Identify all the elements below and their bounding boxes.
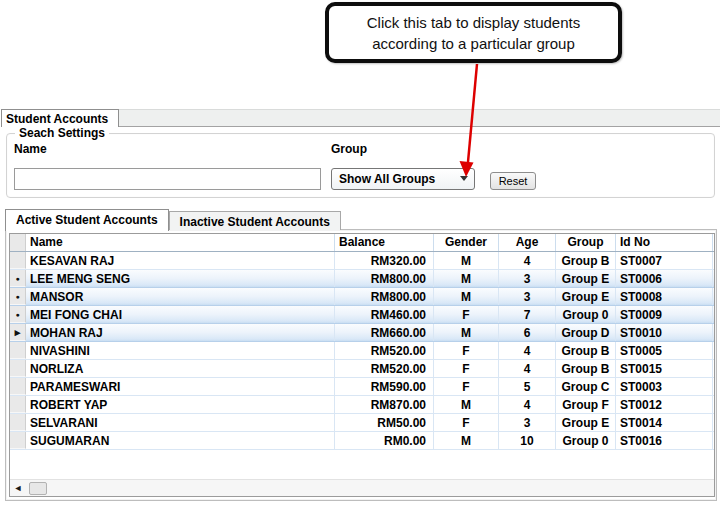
cell-name[interactable]: SELVARANI — [26, 414, 335, 431]
reset-button[interactable]: Reset — [490, 172, 536, 190]
cell-gender[interactable]: F — [434, 306, 499, 323]
cell-age[interactable]: 3 — [499, 270, 556, 287]
row-edited-dot-icon[interactable]: ● — [10, 306, 26, 323]
cell-age[interactable]: 5 — [499, 378, 556, 395]
cell-gender[interactable]: F — [434, 378, 499, 395]
table-row[interactable]: ●MANSORRM800.00M3Group EST0008 — [10, 288, 714, 306]
cell-gender[interactable]: M — [434, 432, 499, 449]
cell-balance[interactable]: RM50.00 — [335, 414, 434, 431]
cell-name[interactable]: LEE MENG SENG — [26, 270, 335, 287]
cell-id[interactable]: ST0005 — [616, 342, 713, 359]
tab-active-student-accounts[interactable]: Active Student Accounts — [5, 209, 169, 231]
cell-gender[interactable]: M — [434, 270, 499, 287]
cell-age[interactable]: 4 — [499, 342, 556, 359]
row-header-cell[interactable] — [10, 252, 26, 269]
cell-gender[interactable]: M — [434, 324, 499, 341]
cell-gender[interactable]: M — [434, 252, 499, 269]
cell-id[interactable]: ST0015 — [616, 360, 713, 377]
cell-id[interactable]: ST0007 — [616, 252, 713, 269]
table-row[interactable]: SUGUMARANRM0.00M10Group 0ST0016 — [10, 432, 714, 450]
cell-gender[interactable]: F — [434, 360, 499, 377]
table-row[interactable]: ▸MOHAN RAJRM660.00M6Group DST0010 — [10, 324, 714, 342]
group-filter-dropdown[interactable]: Show All Groups — [331, 168, 475, 190]
column-header-group[interactable]: Group — [556, 234, 616, 251]
table-row[interactable]: PARAMESWARIRM590.00F5Group CST0003 — [10, 378, 714, 396]
cell-name[interactable]: MEI FONG CHAI — [26, 306, 335, 323]
cell-balance[interactable]: RM520.00 — [335, 360, 434, 377]
cell-balance[interactable]: RM460.00 — [335, 306, 434, 323]
cell-age[interactable]: 10 — [499, 432, 556, 449]
cell-balance[interactable]: RM320.00 — [335, 252, 434, 269]
cell-group[interactable]: Group F — [556, 396, 616, 413]
cell-age[interactable]: 4 — [499, 360, 556, 377]
cell-group[interactable]: Group C — [556, 378, 616, 395]
row-header-cell[interactable] — [10, 342, 26, 359]
table-row[interactable]: NIVASHINIRM520.00F4Group BST0005 — [10, 342, 714, 360]
cell-id[interactable]: ST0008 — [616, 288, 713, 305]
cell-id[interactable]: ST0016 — [616, 432, 713, 449]
cell-name[interactable]: NORLIZA — [26, 360, 335, 377]
cell-id[interactable]: ST0012 — [616, 396, 713, 413]
cell-name[interactable]: MANSOR — [26, 288, 335, 305]
cell-balance[interactable]: RM520.00 — [335, 342, 434, 359]
cell-age[interactable]: 4 — [499, 396, 556, 413]
cell-age[interactable]: 6 — [499, 324, 556, 341]
cell-name[interactable]: KESAVAN RAJ — [26, 252, 335, 269]
cell-name[interactable]: SUGUMARAN — [26, 432, 335, 449]
column-header-gender[interactable]: Gender — [434, 234, 499, 251]
table-row[interactable]: ●MEI FONG CHAIRM460.00F7Group 0ST0009 — [10, 306, 714, 324]
current-row-arrow-icon[interactable]: ▸ — [10, 324, 26, 341]
scroll-left-icon[interactable]: ◄ — [10, 484, 26, 493]
column-header-name[interactable]: Name — [26, 234, 335, 251]
row-header-cell[interactable] — [10, 432, 26, 449]
cell-gender[interactable]: F — [434, 342, 499, 359]
table-row[interactable]: KESAVAN RAJRM320.00M4Group BST0007 — [10, 252, 714, 270]
cell-group[interactable]: Group B — [556, 360, 616, 377]
cell-balance[interactable]: RM800.00 — [335, 270, 434, 287]
cell-group[interactable]: Group E — [556, 270, 616, 287]
cell-name[interactable]: MOHAN RAJ — [26, 324, 335, 341]
column-header-age[interactable]: Age — [499, 234, 556, 251]
cell-group[interactable]: Group E — [556, 414, 616, 431]
column-header-id-no[interactable]: Id No — [616, 234, 713, 251]
cell-balance[interactable]: RM800.00 — [335, 288, 434, 305]
cell-gender[interactable]: F — [434, 414, 499, 431]
row-header-cell[interactable] — [10, 360, 26, 377]
row-edited-dot-icon[interactable]: ● — [10, 288, 26, 305]
cell-name[interactable]: PARAMESWARI — [26, 378, 335, 395]
table-row[interactable]: ●LEE MENG SENGRM800.00M3Group EST0006 — [10, 270, 714, 288]
cell-group[interactable]: Group B — [556, 252, 616, 269]
cell-group[interactable]: Group B — [556, 342, 616, 359]
scrollbar-thumb[interactable] — [29, 482, 47, 495]
cell-gender[interactable]: M — [434, 288, 499, 305]
column-header-balance[interactable]: Balance — [335, 234, 434, 251]
cell-balance[interactable]: RM590.00 — [335, 378, 434, 395]
cell-name[interactable]: NIVASHINI — [26, 342, 335, 359]
cell-balance[interactable]: RM0.00 — [335, 432, 434, 449]
cell-balance[interactable]: RM870.00 — [335, 396, 434, 413]
horizontal-scrollbar[interactable]: ◄ — [10, 479, 714, 496]
cell-age[interactable]: 7 — [499, 306, 556, 323]
name-search-input[interactable] — [14, 168, 321, 190]
row-header-cell[interactable] — [10, 414, 26, 431]
row-header-cell[interactable] — [10, 378, 26, 395]
cell-id[interactable]: ST0009 — [616, 306, 713, 323]
cell-group[interactable]: Group 0 — [556, 306, 616, 323]
table-row[interactable]: NORLIZARM520.00F4Group BST0015 — [10, 360, 714, 378]
cell-age[interactable]: 4 — [499, 252, 556, 269]
cell-name[interactable]: ROBERT YAP — [26, 396, 335, 413]
cell-id[interactable]: ST0010 — [616, 324, 713, 341]
row-edited-dot-icon[interactable]: ● — [10, 270, 26, 287]
cell-id[interactable]: ST0003 — [616, 378, 713, 395]
table-row[interactable]: ROBERT YAPRM870.00M4Group FST0012 — [10, 396, 714, 414]
cell-age[interactable]: 3 — [499, 288, 556, 305]
cell-balance[interactable]: RM660.00 — [335, 324, 434, 341]
cell-age[interactable]: 3 — [499, 414, 556, 431]
cell-group[interactable]: Group E — [556, 288, 616, 305]
cell-group[interactable]: Group 0 — [556, 432, 616, 449]
row-header-cell[interactable] — [10, 396, 26, 413]
table-row[interactable]: SELVARANIRM50.00F3Group EST0014 — [10, 414, 714, 432]
cell-group[interactable]: Group D — [556, 324, 616, 341]
cell-gender[interactable]: M — [434, 396, 499, 413]
cell-id[interactable]: ST0014 — [616, 414, 713, 431]
